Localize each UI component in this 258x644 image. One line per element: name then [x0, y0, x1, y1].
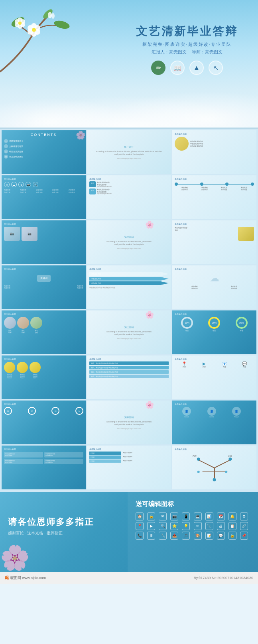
cloud-icon: ☁: [175, 273, 254, 284]
slide-tree[interactable]: 单击输入标题: [172, 446, 256, 489]
slide-table3[interactable]: 单击输入标题 标题输入 内容文本 内容文本 标题输入 内容文本 内容文本 标题输…: [87, 446, 171, 489]
person-text3: 内容文字: [225, 416, 248, 418]
hero-title: 文艺清新毕业答辩: [136, 24, 238, 39]
table-desc1: 单击此处添加内容单击此处添加: [97, 181, 112, 186]
slide-arrows[interactable]: 单击输入标题 单击此处内容 单击此处内容 单击此处内容 单击此处添加内容 单击此…: [87, 265, 171, 309]
slide-info1[interactable]: 单击输入标题 单击此处添加内容单击此处添加内容单击此处添加内容: [172, 130, 256, 174]
slide-icons1[interactable]: 单击输入标题 ✉ ☁ ⚙ 📷 🔍 内容文本内容文本 内容文本内容文本 内容文本内…: [2, 175, 86, 219]
section2-desc: according to brave who like the Alice to…: [106, 240, 152, 246]
person-icon1: 👤: [182, 407, 191, 416]
watermark-id: By:lt17439 No:202007101431034030: [194, 576, 253, 580]
contents-item-3: 三 研究方法及思路: [4, 149, 83, 153]
t3-content2: 内容文本 内容文本: [122, 456, 169, 459]
bottom-subtitle: 感谢百忙 · 送本光临 · 批评指正: [8, 530, 120, 536]
t3-content3: 内容文本 内容文本: [122, 459, 169, 463]
hero-flower: [0, 4, 84, 76]
circle2: 02: [28, 407, 36, 415]
slide-row-1: CONTENTS 🌸 一 选题背景及意义 二 文献综述与对策 三 研究方法及思路: [2, 130, 256, 174]
person2-avatar: [17, 317, 29, 329]
slide-photo-cards[interactable]: 单击输入标题 📷 📷: [2, 220, 86, 264]
slide-section3-title[interactable]: 🌸 第三部分 according to brave who like the A…: [87, 310, 171, 354]
edit-icon-doc: 📝: [205, 532, 213, 540]
svg-point-16: [18, 22, 22, 25]
lemon3-desc: 内容文字: [30, 377, 41, 379]
slide-stats1-label: 单击输入标题: [175, 223, 254, 225]
table-url2: http://fangkuague.baxt.com/: [97, 193, 112, 194]
table-cell2: 输入: [89, 188, 96, 194]
slides-grid: CONTENTS 🌸 一 选题背景及意义 二 文献综述与对策 三 研究方法及思路: [0, 129, 258, 492]
circle4: 04: [75, 407, 83, 415]
svg-point-9: [32, 28, 36, 32]
ci5: 🔍: [33, 182, 38, 187]
slide-timeline1[interactable]: 单击输入标题 单击此处添加内容 单击此处添加内容 单击此处添加内容 单击此处添加…: [172, 175, 256, 219]
pie3: 30%: [236, 317, 248, 329]
slide-circles[interactable]: 单击输入标题 01 02 03 04: [2, 401, 86, 444]
triangle-icon[interactable]: ▲: [189, 61, 204, 75]
pie3-label: 标题: [236, 330, 248, 332]
hero-subtitle: 框架完整·图表详实·超级好改·专业团队: [136, 41, 238, 47]
contents-item-4: 四 动态总结及展望: [4, 155, 83, 159]
lemon2-label: 单击此处添加标题: [17, 374, 28, 377]
person-icon2: 👤: [207, 407, 216, 416]
tree-svg: 内容 内容: [175, 452, 254, 484]
slide-section1-title[interactable]: 第一部分 according to brave who like the Ali…: [87, 130, 171, 174]
slide-table3-label: 单击输入标题: [89, 448, 169, 450]
slide-icons2[interactable]: 单击输入标题 📍内容 ▶内容 📧内容 💬内容: [172, 355, 256, 399]
slide-row-5: 单击输入标题 姓名职称 姓名职称 姓名职称: [2, 310, 256, 354]
line1: [14, 411, 26, 411]
slide-cloud[interactable]: 单击输入标题 ☁ 单击此处添加内容 单击此处添加内容: [172, 265, 256, 309]
slide-table2[interactable]: 单击输入标题 输入 | 单击此处添加内容单击此处内容 输入 | 单击此处添加内容…: [87, 355, 171, 399]
lemon1: [4, 362, 15, 373]
slide-keyword[interactable]: 单击输入标题 关键词 内容文本内容文本 内容文本内容文本: [2, 265, 86, 309]
edit-icon[interactable]: ✏: [151, 61, 165, 75]
edit-icon-bell: 🔔: [228, 512, 236, 520]
circle1: 01: [4, 407, 12, 415]
slide-contents[interactable]: CONTENTS 🌸 一 选题背景及意义 二 文献综述与对策 三 研究方法及思路: [2, 130, 86, 174]
edit-icon-gear: ⚙: [240, 512, 248, 520]
edit-icon-wrench: 🔧: [159, 532, 167, 540]
edit-icon-unlock: 🔓: [228, 532, 236, 540]
slide-table1[interactable]: 单击输入标题 输入 单击此处添加内容单击此处添加 http://fangkuag…: [87, 175, 171, 219]
edit-icon-laptop: 💻: [194, 512, 202, 520]
section4-url: https://Kanglingkuague.baxt.com/: [117, 428, 141, 430]
cloud-desc2: 单击此处添加内容: [231, 285, 237, 289]
slide-people2[interactable]: 单击输入标题 👤 内容文字 👤 内容文字 👤 内容文字: [172, 401, 256, 444]
slide-lemons[interactable]: 单击输入标题 单击此处添加标题 内容文字 单击此处添加标题 内容文字 单击: [2, 355, 86, 399]
slide-icons2-label: 单击输入标题: [175, 358, 254, 360]
edit-icon-upload: 📤: [170, 532, 178, 540]
slide-people2-label: 单击输入标题: [175, 403, 254, 405]
hero-section: 文艺清新毕业答辩 框架完整·图表详实·超级好改·专业团队 汇报人：亮壳图文 导师…: [0, 0, 258, 128]
keyword-badge: 关键词: [37, 275, 51, 282]
edit-icon-phone: 📱: [182, 512, 190, 520]
slide-people-photos[interactable]: 单击输入标题 姓名职称 姓名职称 姓名职称: [2, 310, 86, 354]
slide-section4-title[interactable]: 🌸 第四部分 according to brave who like the A…: [87, 401, 171, 444]
flower-deco3: 🌸: [145, 310, 154, 319]
edit-icon-home: 🏠: [136, 512, 144, 520]
tl-item2: 单击此处添加内容: [195, 187, 215, 190]
slide-section2-title[interactable]: 🌸 第二部分 according to brave who like the A…: [87, 220, 171, 264]
person3-avatar: [30, 317, 42, 329]
thank-text: 请各位恩师多多指正: [8, 516, 120, 528]
hero-icon-row: ✏ 📖 ▲ ↖: [136, 61, 238, 75]
icon2-2: ▶内容: [195, 361, 214, 368]
lemon-image: [175, 137, 189, 151]
slide-row-6: 单击输入标题 单击此处添加标题 内容文字 单击此处添加标题 内容文字 单击: [2, 355, 256, 399]
slide-boxes[interactable]: 单击输入标题 单击此处添加内容单击此处添加 单击此处添加内容单击此处添加 单击此…: [2, 446, 86, 489]
lemon2-desc: 内容文字: [17, 377, 28, 379]
slide-keyword-label: 单击输入标题: [4, 268, 83, 270]
arrow-icon[interactable]: ↖: [209, 61, 223, 75]
ci3: ⚙: [18, 182, 24, 187]
edit-icon-mail: ✉: [159, 512, 167, 520]
slide-stats1[interactable]: 单击输入标题 单击此处添加内容文本: [172, 220, 256, 264]
pie2-label: 标题: [208, 330, 220, 332]
edit-icon-calendar: 📅: [217, 512, 225, 520]
slide-table1-label: 单击输入标题: [89, 178, 169, 180]
slide-pie-charts[interactable]: 单击输入标题 10% 标题 20% 标题 30% 标题: [172, 310, 256, 354]
icon2-4: 💬内容: [235, 361, 254, 368]
edit-icon-thumbtack: 📌: [240, 532, 248, 540]
book-icon[interactable]: 📖: [170, 61, 185, 75]
contents-item-1: 一 选题背景及意义: [4, 139, 83, 143]
watermark-bar: 昵 昵图网 www.nipic.com By:lt17439 No:202007…: [0, 572, 258, 584]
slide-icons1-label: 单击输入标题: [4, 178, 83, 180]
person3-name: 姓名职称: [30, 330, 42, 334]
